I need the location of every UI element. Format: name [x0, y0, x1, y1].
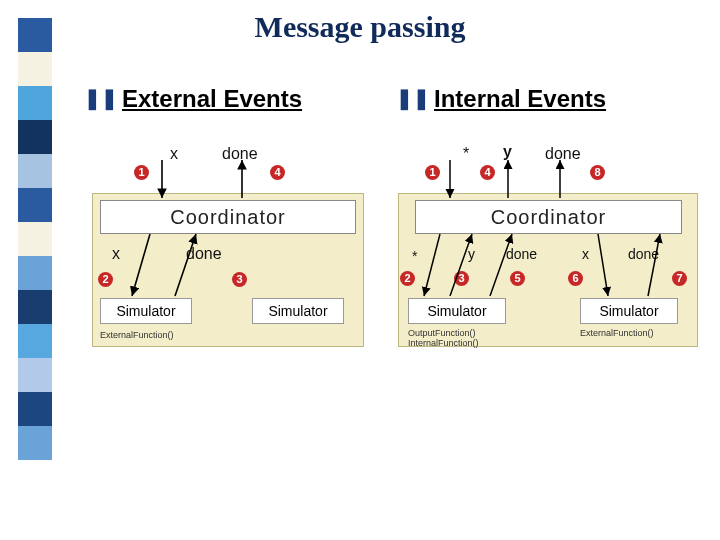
heading-internal: ❚❚Internal Events: [396, 85, 606, 113]
num-2r: 2: [400, 271, 415, 286]
coordinator-box-right: Coordinator: [415, 200, 682, 234]
label-star-mid: *: [412, 248, 417, 264]
coordinator-box-left: Coordinator: [100, 200, 356, 234]
label-done-top: done: [222, 145, 258, 163]
label-done-mid-r: done: [506, 246, 537, 262]
sidebar-sq: [18, 52, 52, 86]
num-3: 3: [232, 272, 247, 287]
bullet-icon: ❚❚: [396, 86, 430, 110]
simulator-box-right-2: Simulator: [580, 298, 678, 324]
label-star-top: *: [463, 145, 469, 163]
fn-external-left: ExternalFunction(): [100, 330, 174, 340]
num-4: 4: [270, 165, 285, 180]
num-7: 7: [672, 271, 687, 286]
fn-external-right: ExternalFunction(): [580, 328, 654, 338]
num-8: 8: [590, 165, 605, 180]
label-y-top: y: [503, 143, 512, 161]
sidebar-sq: [18, 86, 52, 120]
num-1: 1: [134, 165, 149, 180]
sidebar-sq: [18, 256, 52, 290]
label-y-mid: y: [468, 246, 475, 262]
sidebar-sq: [18, 222, 52, 256]
fn-outint: OutputFunction() InternalFunction(): [408, 328, 479, 348]
label-done-mid: done: [186, 245, 222, 263]
simulator-box-right-1: Simulator: [408, 298, 506, 324]
heading-external-text: External Events: [122, 85, 302, 112]
num-6: 6: [568, 271, 583, 286]
sidebar-sq: [18, 324, 52, 358]
sidebar-sq: [18, 290, 52, 324]
sidebar-sq: [18, 426, 52, 460]
heading-internal-text: Internal Events: [434, 85, 606, 112]
sidebar-sq: [18, 188, 52, 222]
label-done-top-r: done: [545, 145, 581, 163]
simulator-box-left-2: Simulator: [252, 298, 344, 324]
num-3r: 3: [454, 271, 469, 286]
sidebar-stripes: [18, 18, 52, 460]
label-x-mid-r: x: [582, 246, 589, 262]
bullet-icon: ❚❚: [84, 86, 118, 110]
page-title: Message passing: [0, 10, 720, 44]
label-x-mid: x: [112, 245, 120, 263]
num-5: 5: [510, 271, 525, 286]
heading-external: ❚❚External Events: [84, 85, 302, 113]
simulator-box-left-1: Simulator: [100, 298, 192, 324]
label-done-mid-r2: done: [628, 246, 659, 262]
sidebar-sq: [18, 358, 52, 392]
num-1r: 1: [425, 165, 440, 180]
num-4r: 4: [480, 165, 495, 180]
sidebar-sq: [18, 154, 52, 188]
sidebar-sq: [18, 392, 52, 426]
num-2: 2: [98, 272, 113, 287]
sidebar-sq: [18, 120, 52, 154]
label-x-top: x: [170, 145, 178, 163]
